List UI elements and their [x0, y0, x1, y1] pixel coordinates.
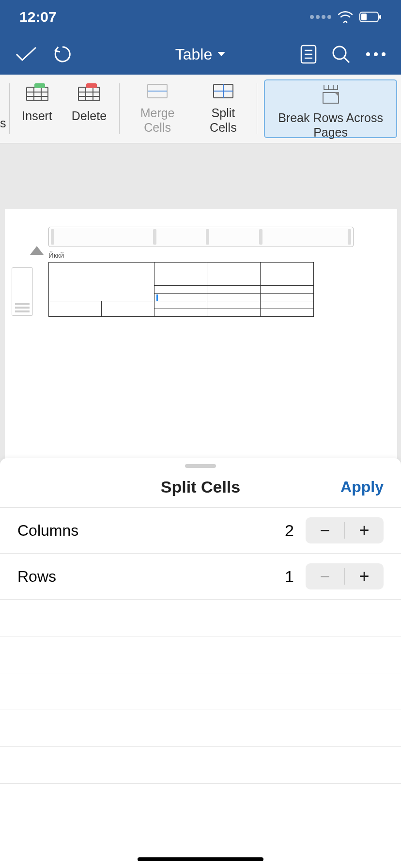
columns-label: Columns: [17, 522, 285, 540]
svg-rect-2: [379, 15, 381, 19]
merge-cells-icon: [146, 83, 169, 99]
reading-view-icon[interactable]: [300, 45, 317, 64]
svg-rect-17: [34, 83, 45, 88]
ribbon-delete[interactable]: Delete: [62, 78, 116, 139]
chevron-down-icon: [217, 51, 226, 57]
more-icon[interactable]: [365, 51, 386, 57]
document-text[interactable]: Йккй: [48, 251, 354, 259]
delete-table-icon: [77, 83, 101, 102]
ribbon-partial-left: s: [0, 78, 6, 139]
undo-icon[interactable]: [52, 44, 73, 64]
columns-stepper: − +: [306, 517, 384, 543]
svg-rect-1: [361, 14, 367, 20]
rows-stepper: − +: [306, 563, 384, 589]
ribbon-split-label: Split Cells: [202, 106, 244, 135]
nav-bar: Table: [0, 34, 401, 75]
context-label: Table: [175, 46, 213, 63]
document-table[interactable]: [48, 262, 314, 317]
horizontal-ruler[interactable]: [48, 227, 354, 247]
split-cells-sheet: Split Cells Apply Columns 2 − + Rows 1 −…: [0, 458, 401, 868]
page-thumbnail[interactable]: [12, 267, 33, 316]
cellular-icon: [310, 15, 331, 19]
apply-button[interactable]: Apply: [335, 478, 384, 496]
ribbon-insert[interactable]: Insert: [12, 78, 62, 139]
columns-increment-button[interactable]: +: [345, 517, 384, 543]
indent-marker-icon[interactable]: [30, 246, 44, 255]
sheet-header: Split Cells Apply: [0, 478, 401, 508]
svg-point-7: [333, 46, 346, 59]
status-right: [310, 11, 382, 23]
search-icon[interactable]: [331, 45, 351, 64]
rows-value: 1: [285, 567, 294, 586]
rows-row: Rows 1 − +: [0, 554, 401, 600]
split-cells-icon: [212, 83, 235, 99]
svg-point-10: [374, 52, 378, 56]
svg-rect-18: [78, 87, 100, 101]
rows-label: Rows: [17, 568, 285, 586]
sheet-empty-row: [0, 747, 401, 784]
svg-rect-23: [86, 83, 97, 88]
text-cursor: [156, 294, 158, 301]
ribbon-split-cells[interactable]: Split Cells: [192, 78, 254, 139]
sheet-empty-row: [0, 600, 401, 636]
svg-line-8: [344, 58, 349, 62]
columns-value: 2: [285, 521, 294, 540]
status-bar: 12:07: [0, 0, 401, 34]
wifi-icon: [338, 11, 353, 23]
document-page[interactable]: Йккй: [5, 209, 397, 461]
ribbon-break-label: Break Rows Across Pages: [275, 110, 386, 140]
sheet-empty-row: [0, 673, 401, 710]
svg-point-9: [366, 52, 370, 56]
ribbon-delete-label: Delete: [72, 108, 107, 123]
svg-rect-12: [27, 87, 48, 101]
rows-increment-button[interactable]: +: [345, 563, 384, 589]
columns-decrement-button[interactable]: −: [306, 517, 344, 543]
ribbon-merge-label: Merge Cells: [132, 106, 183, 135]
home-indicator[interactable]: [138, 857, 263, 861]
document-area[interactable]: Йккй: [0, 143, 401, 458]
done-icon[interactable]: [15, 46, 38, 63]
svg-rect-32: [323, 93, 339, 103]
sheet-empty-row: [0, 710, 401, 747]
columns-row: Columns 2 − +: [0, 508, 401, 554]
sheet-title: Split Cells: [66, 478, 335, 496]
ribbon: s Insert Delete Merge Cells Split Cells …: [0, 75, 401, 143]
insert-table-icon: [26, 83, 49, 102]
status-time: 12:07: [19, 9, 57, 25]
battery-icon: [359, 12, 382, 22]
svg-point-11: [382, 52, 386, 56]
break-rows-icon: [319, 85, 342, 104]
ribbon-break-rows[interactable]: Break Rows Across Pages: [264, 79, 397, 138]
sheet-empty-row: [0, 636, 401, 673]
svg-rect-29: [324, 85, 338, 90]
rows-decrement-button[interactable]: −: [306, 563, 344, 589]
sheet-handle[interactable]: [185, 464, 216, 468]
context-dropdown[interactable]: Table: [139, 46, 262, 63]
ribbon-insert-label: Insert: [22, 108, 52, 123]
ribbon-merge-cells: Merge Cells: [123, 78, 192, 139]
